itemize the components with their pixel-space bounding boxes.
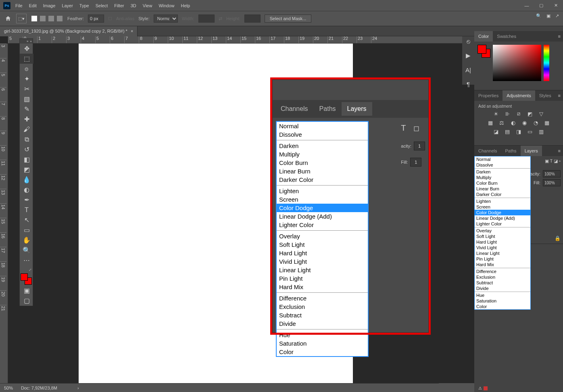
blur-tool[interactable]: 💧	[20, 175, 33, 185]
shape-tool[interactable]: ▭	[20, 225, 33, 235]
history-icon[interactable]: ⎋	[467, 38, 470, 45]
poster-icon[interactable]: ▤	[504, 129, 511, 134]
blend-vivid-light[interactable]: Vivid Light	[475, 245, 530, 250]
select-mask-button[interactable]: Select and Mask...	[265, 15, 312, 23]
exposure-icon[interactable]: ◩	[526, 111, 534, 117]
close-button[interactable]: ✕	[548, 0, 563, 11]
menu-type[interactable]: Type	[76, 2, 92, 10]
tab-color[interactable]: Color	[474, 31, 493, 42]
menu-help[interactable]: Help	[178, 2, 194, 10]
blend-color[interactable]: Color	[475, 304, 530, 309]
blend-linear-dodge-add-[interactable]: Linear Dodge (Add)	[475, 215, 530, 221]
curves-icon[interactable]: ⧄	[515, 111, 522, 117]
maximize-button[interactable]: ▢	[534, 0, 548, 11]
swap-colors-icon[interactable]: ⤢	[20, 267, 33, 273]
workspace-icon[interactable]: ▣	[546, 13, 550, 19]
color-field[interactable]	[493, 45, 541, 81]
brightness-icon[interactable]: ☀	[492, 111, 500, 117]
bw-icon[interactable]: ◐	[509, 120, 517, 125]
blend-color-burn[interactable]: Color Burn	[475, 180, 530, 186]
balance-icon[interactable]: ⚖	[498, 120, 505, 125]
lock-all-icon[interactable]: 🔒	[555, 236, 561, 241]
heal-tool[interactable]: ✚	[20, 114, 33, 124]
blend-multiply[interactable]: Multiply	[475, 175, 530, 180]
levels-icon[interactable]: ⊪	[504, 111, 511, 117]
blend-darken[interactable]: Darken	[475, 169, 530, 175]
screenmode-tool[interactable]: ▢	[20, 296, 33, 306]
eraser-tool[interactable]: ◧	[20, 154, 33, 165]
fg-bg-swatch[interactable]	[478, 45, 490, 58]
more-tools[interactable]: ⋯	[20, 255, 33, 265]
color-swatches[interactable]	[21, 273, 32, 285]
tab-paths[interactable]: Paths	[501, 146, 520, 156]
toolbar-collapse-icon[interactable]: »	[27, 40, 28, 43]
blend-soft-light[interactable]: Soft Light	[475, 234, 530, 239]
menu-view[interactable]: View	[140, 2, 156, 10]
blend-screen[interactable]: Screen	[475, 204, 530, 210]
tool-preset[interactable]: ⬚▾	[16, 14, 27, 23]
tab-styles[interactable]: Styles	[535, 90, 555, 101]
blend-normal[interactable]: Normal	[475, 156, 530, 162]
stamp-tool[interactable]: ⧉	[20, 134, 33, 144]
menu-edit[interactable]: Edit	[26, 2, 40, 10]
search-icon[interactable]: 🔍	[536, 13, 542, 19]
blend-linear-light[interactable]: Linear Light	[475, 250, 530, 256]
blend-saturation[interactable]: Saturation	[277, 339, 368, 348]
menu-layer[interactable]: Layer	[58, 2, 76, 10]
selection-mode[interactable]	[31, 16, 63, 21]
panel-menu-icon[interactable]: ≡	[556, 148, 563, 153]
blend-mode-dropdown[interactable]: NormalDissolveDarkenMultiplyColor BurnLi…	[474, 156, 531, 310]
frame-tool[interactable]: ▧	[20, 94, 33, 104]
eyedropper-tool[interactable]: ✎	[20, 104, 33, 114]
para-icon[interactable]: ¶	[467, 81, 470, 88]
close-tab-icon[interactable]: ×	[131, 29, 133, 33]
opacity-input[interactable]	[543, 170, 561, 177]
blend-darker-color[interactable]: Darker Color	[475, 192, 530, 197]
height-input[interactable]	[244, 15, 261, 23]
blend-overlay[interactable]: Overlay	[475, 228, 530, 234]
toolbar-close-icon[interactable]: ×	[30, 40, 32, 43]
char-icon[interactable]: A|	[465, 67, 471, 73]
pen-tool[interactable]: ✒	[20, 195, 33, 205]
panel-menu-icon[interactable]: ≡	[556, 34, 563, 39]
blend-hue[interactable]: Hue	[475, 292, 530, 298]
path-tool[interactable]: ↖	[20, 215, 33, 225]
blend-lighter-color[interactable]: Lighter Color	[475, 221, 530, 227]
lasso-tool[interactable]: ⌾	[20, 64, 33, 74]
blend-hard-mix[interactable]: Hard Mix	[475, 262, 530, 267]
panel-menu-icon[interactable]: ≡	[556, 93, 563, 98]
blend-hard-light[interactable]: Hard Light	[475, 239, 530, 245]
tab-layers[interactable]: Layers	[521, 146, 542, 156]
style-select[interactable]: Normal	[154, 15, 178, 23]
blend-linear-burn[interactable]: Linear Burn	[475, 186, 530, 192]
tab-channels[interactable]: Channels	[474, 146, 501, 156]
gradmap-icon[interactable]: ▭	[526, 129, 534, 134]
type-tool[interactable]: T	[20, 205, 33, 215]
blend-exclusion[interactable]: Exclusion	[475, 274, 530, 280]
blend-pin-light[interactable]: Pin Light	[475, 256, 530, 262]
marquee-tool[interactable]: ⬚	[20, 54, 33, 64]
blend-difference[interactable]: Difference	[475, 269, 530, 274]
blend-subtract[interactable]: Subtract	[475, 280, 530, 286]
tab-swatches[interactable]: Swatches	[493, 31, 520, 42]
hue-slider[interactable]	[544, 45, 549, 81]
menu-filter[interactable]: Filter	[111, 2, 127, 10]
doc-info[interactable]: Doc: 7,92M/23,8M	[21, 386, 57, 390]
wand-tool[interactable]: ✦	[20, 74, 33, 84]
selective-icon[interactable]: ▥	[538, 129, 545, 134]
brush-tool[interactable]: 🖌	[20, 124, 33, 134]
blend-divide[interactable]: Divide	[475, 286, 530, 291]
share-icon[interactable]: ↗	[555, 13, 559, 19]
zoom-tool[interactable]: 🔍	[20, 245, 33, 255]
dodge-tool[interactable]: ◐	[20, 185, 33, 195]
hue-icon[interactable]: ▦	[487, 120, 494, 125]
tab-adjustments[interactable]: Adjustments	[503, 90, 535, 101]
menu-file[interactable]: File	[12, 2, 26, 10]
menu-window[interactable]: Window	[155, 2, 177, 10]
width-input[interactable]	[198, 15, 215, 23]
menu-image[interactable]: Image	[40, 2, 59, 10]
minimize-button[interactable]: —	[519, 0, 534, 11]
status-arrow-icon[interactable]: ›	[77, 386, 79, 390]
hand-tool[interactable]: ✋	[20, 235, 33, 245]
history-brush-tool[interactable]: ↺	[20, 144, 33, 154]
